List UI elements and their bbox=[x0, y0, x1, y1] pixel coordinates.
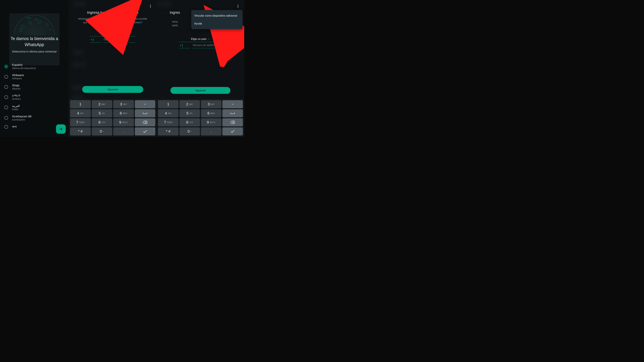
language-name: Español bbox=[12, 63, 36, 67]
key-5[interactable]: 5JKL bbox=[180, 109, 200, 117]
key-4[interactable]: 4GHI bbox=[158, 109, 178, 117]
key-.[interactable]: . bbox=[201, 127, 221, 135]
key-3[interactable]: 3DEF bbox=[113, 100, 134, 108]
more-dot-icon bbox=[238, 5, 238, 5]
language-option[interactable]: Español(idioma del dispositivo) bbox=[0, 62, 69, 72]
next-fab-button[interactable] bbox=[56, 124, 66, 134]
key-digit: 1 bbox=[167, 102, 169, 106]
key-digit: 5 bbox=[99, 111, 101, 115]
key-digit: . bbox=[211, 129, 212, 134]
key-letters: PQRS bbox=[167, 121, 172, 123]
check-key[interactable] bbox=[135, 127, 156, 135]
key-−[interactable]: − bbox=[222, 100, 243, 108]
key-6[interactable]: 6MNO bbox=[201, 109, 221, 117]
language-option[interactable]: ShqipAlbanés bbox=[0, 82, 69, 92]
key-1[interactable]: 1 bbox=[158, 100, 178, 108]
enter-phone-screen: ona ñol na d aan ans p Ingresa tu n úmer… bbox=[69, 0, 157, 137]
key-8[interactable]: 8TUV bbox=[180, 118, 200, 126]
options-menu: Vincular como dispositivo adicional Ayud… bbox=[191, 10, 242, 29]
key-digit: 5 bbox=[186, 111, 188, 115]
key-digit: 6 bbox=[120, 111, 122, 115]
arrow-right-icon bbox=[59, 127, 63, 131]
more-dot-icon bbox=[238, 6, 238, 6]
radio-icon bbox=[4, 125, 8, 129]
backspace-icon bbox=[143, 121, 148, 124]
key-6[interactable]: 6MNO bbox=[113, 109, 134, 117]
key-9[interactable]: 9WXYZ bbox=[113, 118, 134, 126]
title-prefix: Ingresa tu n bbox=[87, 10, 106, 14]
key-digit: 3 bbox=[208, 102, 210, 106]
language-option[interactable]: AfrikaansAfrikáans bbox=[0, 72, 69, 82]
key-9[interactable]: 9WXYZ bbox=[201, 118, 221, 126]
key-2[interactable]: 2ABC bbox=[180, 100, 200, 108]
next-button[interactable]: Siguiente bbox=[82, 86, 143, 93]
key-letters: DEF bbox=[123, 103, 127, 105]
backspace-icon bbox=[230, 121, 235, 124]
welcome-subtitle: Selecciona tu idioma para comenzar bbox=[0, 50, 69, 53]
key-4[interactable]: 4GHI bbox=[70, 109, 91, 117]
page-description-partial: What teléfo bbox=[157, 20, 180, 27]
key-letters: MNO bbox=[123, 112, 127, 114]
language-option[interactable]: አማርኛAmárico bbox=[0, 92, 69, 103]
key-0[interactable]: 0+ bbox=[92, 127, 112, 135]
more-options-button[interactable] bbox=[236, 4, 240, 8]
key-0[interactable]: 0+ bbox=[180, 127, 200, 135]
language-native: (idioma del dispositivo) bbox=[12, 67, 36, 69]
key-7[interactable]: 7PQRS bbox=[70, 118, 91, 126]
space-key[interactable] bbox=[135, 109, 156, 117]
key-letters: JKL bbox=[190, 112, 193, 114]
svg-text:BFF: BFF bbox=[27, 17, 31, 19]
key-digit: 8 bbox=[98, 120, 100, 124]
radio-icon bbox=[4, 95, 8, 99]
page-title: Ingresa tu n úmero de teléf ono bbox=[69, 0, 157, 15]
key-7[interactable]: 7PQRS bbox=[158, 118, 178, 126]
more-dot-icon bbox=[238, 7, 238, 8]
language-list: Español(idioma del dispositivo)Afrikaans… bbox=[0, 62, 69, 131]
key-letters: + bbox=[103, 131, 104, 132]
key-8[interactable]: 8TUV bbox=[92, 118, 112, 126]
welcome-title: Te damos la bienvenida a WhatsApp bbox=[0, 35, 69, 48]
key-digit: 2 bbox=[98, 102, 100, 106]
language-option[interactable]: العربيةÁrabe bbox=[0, 103, 69, 113]
space-icon bbox=[230, 112, 235, 114]
key-.[interactable]: . bbox=[113, 127, 134, 135]
language-native: Azerbaiyano bbox=[12, 118, 32, 121]
check-key[interactable] bbox=[222, 127, 243, 135]
key-letters: DEF bbox=[211, 103, 215, 105]
key-letters: MNO bbox=[210, 112, 215, 114]
page-title-partial: Ingres bbox=[157, 10, 180, 15]
key-letters: TUV bbox=[102, 121, 105, 123]
key-digit: 0 bbox=[100, 129, 102, 134]
next-button-label: Siguiente bbox=[195, 89, 206, 92]
key-1[interactable]: 1 bbox=[70, 100, 91, 108]
key-digit: 6 bbox=[208, 111, 210, 115]
language-native: Albanés bbox=[12, 87, 21, 90]
key-letters: + bbox=[191, 131, 192, 132]
backspace-key[interactable] bbox=[222, 118, 243, 126]
welcome-title-line1: Te damos la bienvenida a bbox=[10, 36, 58, 41]
language-name: Azərbaycan dili bbox=[12, 115, 32, 118]
key-3[interactable]: 3DEF bbox=[201, 100, 221, 108]
menu-item-help[interactable]: Ayuda bbox=[191, 19, 242, 27]
key-* #[interactable]: * # bbox=[70, 127, 91, 135]
backspace-key[interactable] bbox=[135, 118, 156, 126]
space-key[interactable] bbox=[222, 109, 243, 117]
language-option[interactable]: Azərbaycan diliAzerbaiyano bbox=[0, 113, 69, 123]
key-digit: 4 bbox=[165, 111, 167, 115]
radio-icon bbox=[4, 116, 8, 120]
language-name: አማርኛ bbox=[12, 94, 21, 97]
key-2[interactable]: 2ABC bbox=[92, 100, 112, 108]
next-button[interactable]: Siguiente bbox=[170, 87, 230, 94]
welcome-title-line2: WhatsApp bbox=[25, 42, 44, 47]
menu-item-link-device[interactable]: Vincular como dispositivo adicional bbox=[191, 12, 242, 19]
svg-point-0 bbox=[21, 25, 24, 28]
key-5[interactable]: 5JKL bbox=[92, 109, 112, 117]
key-* #[interactable]: * # bbox=[158, 127, 178, 135]
title-suffix: ono bbox=[132, 10, 138, 14]
welcome-screen: BFF Te damos la bienvenida a WhatsApp Se… bbox=[0, 0, 69, 137]
key-−[interactable]: − bbox=[135, 100, 156, 108]
check-icon bbox=[143, 130, 147, 133]
key-digit: 4 bbox=[77, 111, 79, 115]
key-digit: * # bbox=[166, 129, 170, 134]
key-letters: TUV bbox=[189, 121, 193, 123]
